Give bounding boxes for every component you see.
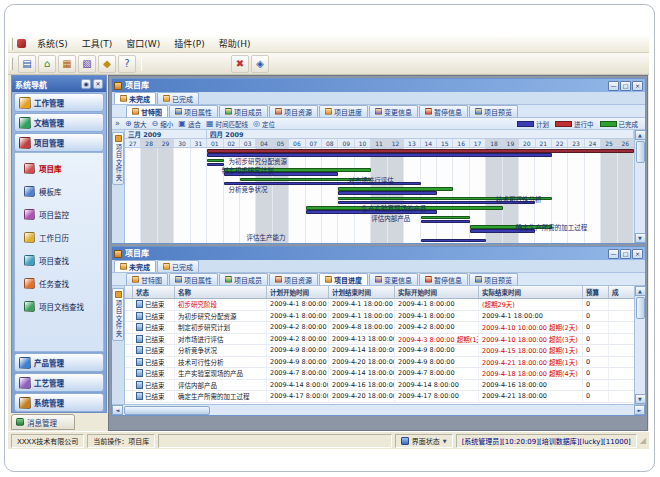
window-titlebar[interactable]: 项目库 —□× xyxy=(112,247,645,260)
column-header-plan_end[interactable]: 计划结束时间 xyxy=(329,286,395,298)
table-row[interactable]: 已结束分析竞争状况2009-4-9 8:00:002009-4-14 18:00… xyxy=(125,345,634,357)
zoom-out-button[interactable]: ⊖缩小 xyxy=(152,119,174,129)
tab-project-progress[interactable]: 项目进度 xyxy=(319,105,368,117)
sidebar-item-project-doc-search[interactable]: 项目文档查找 xyxy=(15,295,103,318)
gantt-bar-actual[interactable] xyxy=(207,159,223,163)
pin-icon[interactable]: ◉ xyxy=(81,79,91,89)
tab-project-folders[interactable]: 项目文件夹 xyxy=(112,288,124,341)
tab-finished[interactable]: 已完成 xyxy=(157,92,199,104)
column-header-plan_start[interactable]: 计划开始时间 xyxy=(267,286,329,298)
menu-item-0[interactable]: 系统(S) xyxy=(30,35,75,53)
help-button[interactable]: ? xyxy=(118,55,136,73)
gantt-bar-plan[interactable] xyxy=(338,191,437,195)
sidebar-item-task-search[interactable]: 任务查找 xyxy=(15,272,103,295)
gantt-bar-actual[interactable] xyxy=(338,187,453,191)
sidebar-item-template-library[interactable]: 模板库 xyxy=(15,180,103,203)
column-header-name[interactable]: 名称 xyxy=(175,286,267,298)
minimize-button[interactable]: — xyxy=(608,81,619,91)
table-row[interactable]: 已结束对市场进行评估2009-4-2 8:00:002009-4-13 18:0… xyxy=(125,334,634,346)
table-row[interactable]: 已结束制定初步研究计划2009-4-2 8:00:002009-4-8 18:0… xyxy=(125,322,634,334)
tab-unfinished[interactable]: 未完成 xyxy=(114,92,156,104)
close-button[interactable]: × xyxy=(632,249,643,259)
tab-project-folders[interactable]: 项目文件夹 xyxy=(112,132,124,185)
column-header-gutter[interactable] xyxy=(125,286,133,298)
sidebar-group-product[interactable]: 产品管理 xyxy=(14,353,104,372)
gantt-bar-plan[interactable] xyxy=(421,239,487,243)
tab-pause-info[interactable]: 暂停信息 xyxy=(419,273,468,285)
gantt-bar-plan[interactable] xyxy=(207,153,552,157)
scroll-thumb[interactable] xyxy=(636,297,645,319)
tab-project-resources[interactable]: 项目资源 xyxy=(269,273,318,285)
scroll-thumb[interactable] xyxy=(124,406,210,415)
sidebar-header[interactable]: 系统导航 ◉ ✕ xyxy=(12,76,106,92)
tab-finished[interactable]: 已完成 xyxy=(157,260,199,272)
tab-change-info[interactable]: 变更信息 xyxy=(369,273,418,285)
tab-pause-info[interactable]: 暂停信息 xyxy=(419,105,468,117)
tab-project-attributes[interactable]: 项目属性 xyxy=(169,273,218,285)
window-button[interactable]: ▦ xyxy=(58,55,76,73)
table-row[interactable]: 已结束确定生产所需的加工过程2009-4-17 8:00:002009-4-20… xyxy=(125,391,634,403)
table-row[interactable]: 已结束评估内部产品2009-4-14 8:00:002009-4-16 18:0… xyxy=(125,380,634,392)
gantt-bar-plan[interactable] xyxy=(207,163,223,167)
locate-button[interactable]: ◎定位 xyxy=(253,119,275,129)
chevron-down-icon[interactable]: ▼ xyxy=(443,438,447,444)
sidebar-item-project-monitor[interactable]: 项目监控 xyxy=(15,203,103,226)
gantt-bar-plan[interactable] xyxy=(421,220,470,224)
table-row[interactable]: 已结束技术可行性分析2009-4-9 8:00:002009-4-20 18:0… xyxy=(125,357,634,369)
tab-change-info[interactable]: 变更信息 xyxy=(369,105,418,117)
menu-item-4[interactable]: 帮助(H) xyxy=(212,35,258,53)
column-header-budget[interactable]: 预算 xyxy=(583,286,609,298)
tab-gantt-chart[interactable]: 甘特图 xyxy=(126,105,168,117)
logout-button[interactable]: ✖ xyxy=(231,55,249,73)
fit-button[interactable]: ▣适合 xyxy=(178,119,201,129)
lock-button[interactable]: ◆ xyxy=(98,55,116,73)
tab-unfinished[interactable]: 未完成 xyxy=(114,260,156,272)
tab-project-preview[interactable]: 项目预览 xyxy=(469,105,518,117)
menu-item-1[interactable]: 工具(T) xyxy=(75,35,120,53)
home-button[interactable]: ⌂ xyxy=(38,55,56,73)
gantt-bar-actual[interactable] xyxy=(421,216,470,220)
vertical-scrollbar[interactable]: ▲ ▼ xyxy=(634,286,645,404)
maximize-button[interactable]: □ xyxy=(620,249,631,259)
close-icon[interactable]: ✕ xyxy=(93,79,103,89)
tab-project-progress[interactable]: 项目进度 xyxy=(319,273,368,285)
window-titlebar[interactable]: 项目库 —□× xyxy=(112,79,645,92)
tab-project-members[interactable]: 项目成员 xyxy=(219,273,268,285)
scroll-down-icon[interactable]: ▼ xyxy=(635,233,646,243)
about-button[interactable]: ◈ xyxy=(251,55,269,73)
minimize-button[interactable]: — xyxy=(608,249,619,259)
sidebar-group-process[interactable]: 工艺管理 xyxy=(14,373,104,392)
table-row[interactable]: 已结束为初步研究分配资源2009-4-1 8:00:002009-4-1 18:… xyxy=(125,311,634,323)
menu-item-3[interactable]: 插件(P) xyxy=(167,35,211,53)
table-row[interactable]: 已结束生产实验室现场的产品2009-4-7 8:00:002009-4-14 1… xyxy=(125,368,634,380)
scroll-right-icon[interactable]: ► xyxy=(634,405,645,415)
sidebar-item-work-calendar[interactable]: 工作日历 xyxy=(15,226,103,249)
scroll-thumb[interactable] xyxy=(636,141,645,163)
sidebar-group-project[interactable]: 项目管理 xyxy=(14,133,104,152)
status-view-state[interactable]: 界面状态 ▼ xyxy=(395,434,453,448)
column-header-act_end[interactable]: 实际结束时间 xyxy=(479,286,583,298)
tab-message-management[interactable]: 消息管理 xyxy=(11,414,75,430)
time-match-button[interactable]: ▦时间匹配线 xyxy=(206,119,248,129)
panel-button[interactable]: ▧ xyxy=(78,55,96,73)
sidebar-item-project-search[interactable]: 项目查找 xyxy=(15,249,103,272)
tab-gantt-chart[interactable]: 甘特图 xyxy=(126,273,168,285)
scroll-down-icon[interactable]: ▼ xyxy=(635,394,646,404)
column-header-act_start[interactable]: 实际开始时间 xyxy=(395,286,479,298)
save-button[interactable]: ▤ xyxy=(18,55,36,73)
gantt-bar-actual[interactable] xyxy=(207,149,634,153)
maximize-button[interactable]: □ xyxy=(620,81,631,91)
zoom-in-button[interactable]: ⊕放大 xyxy=(125,119,147,129)
column-header-cost[interactable]: 成 xyxy=(609,286,635,298)
menu-item-2[interactable]: 窗口(W) xyxy=(119,35,167,53)
tab-project-attributes[interactable]: 项目属性 xyxy=(169,105,218,117)
sidebar-group-system[interactable]: 系统管理 xyxy=(14,393,104,412)
sidebar-group-work[interactable]: 工作管理 xyxy=(14,93,104,112)
sidebar-group-document[interactable]: 文档管理 xyxy=(14,113,104,132)
close-button[interactable]: × xyxy=(632,81,643,91)
vertical-scrollbar[interactable]: ▲ ▼ xyxy=(634,130,645,243)
tab-project-preview[interactable]: 项目预览 xyxy=(469,273,518,285)
overflow-chevron-icon[interactable]: » xyxy=(115,119,120,128)
column-header-status[interactable]: 状态 xyxy=(133,286,175,298)
tab-project-resources[interactable]: 项目资源 xyxy=(269,105,318,117)
